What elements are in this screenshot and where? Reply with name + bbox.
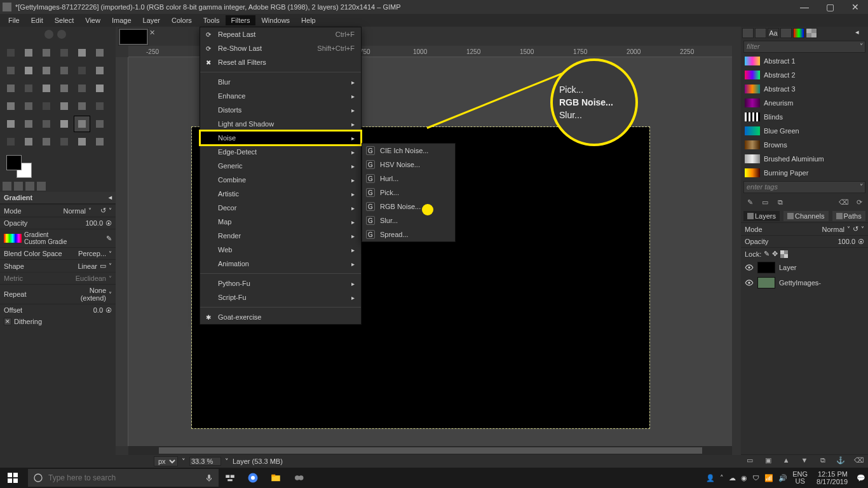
tray-people-icon[interactable]: 👤 <box>706 474 715 482</box>
menu-item-render[interactable]: Render▸ <box>200 229 361 243</box>
tool-11[interactable] <box>92 62 108 79</box>
image-tab[interactable]: ✕ <box>118 28 149 46</box>
ruler-vertical[interactable] <box>116 57 128 446</box>
layer-row[interactable]: Layer <box>741 260 868 275</box>
tray-notifications-icon[interactable]: 💬 <box>857 474 865 482</box>
tool-8[interactable] <box>38 62 55 79</box>
dup-layer-icon[interactable]: ⧉ <box>818 456 828 466</box>
tool-21[interactable] <box>56 98 72 114</box>
menu-tools[interactable]: Tools <box>198 15 226 25</box>
gradient-row[interactable]: Burning Paper <box>741 166 868 180</box>
edit-icon[interactable]: ✎ <box>745 197 755 207</box>
taskbar-gimp[interactable] <box>287 468 310 488</box>
menu-item-enhance[interactable]: Enhance▸ <box>200 89 361 103</box>
layer-row[interactable]: GettyImages- <box>741 275 868 290</box>
tags-input[interactable]: enter tags˅ <box>743 181 865 193</box>
history-tab-icon[interactable] <box>780 28 792 38</box>
menu-view[interactable]: View <box>79 15 106 25</box>
menu-colors[interactable]: Colors <box>166 15 198 25</box>
panel-menu-icon[interactable]: ◂ <box>109 194 112 201</box>
gradient-row[interactable]: Blue Green <box>741 124 868 138</box>
tool-5[interactable] <box>92 44 108 61</box>
tool-22[interactable] <box>74 98 90 114</box>
tray-up-icon[interactable]: ˄ <box>720 474 724 482</box>
lock-alpha-icon[interactable] <box>780 250 788 258</box>
menu-item-goat-exercise[interactable]: ✱Goat-exercise <box>200 310 361 324</box>
fg-color-swatch[interactable] <box>6 155 22 170</box>
tool-28[interactable] <box>74 116 90 132</box>
tool-3[interactable] <box>56 44 72 61</box>
start-button[interactable] <box>0 468 25 488</box>
new-icon[interactable]: ▭ <box>760 197 770 207</box>
mic-icon[interactable] <box>205 473 214 482</box>
gradient-row[interactable]: Abstract 1 <box>741 54 868 68</box>
tool-30[interactable] <box>3 133 19 150</box>
tray-volume-icon[interactable]: 🔊 <box>778 474 787 482</box>
tray-kbd[interactable]: US <box>792 478 808 485</box>
reset-icon[interactable]: ↺ <box>100 207 106 215</box>
layers-tab-layers[interactable]: Layers <box>743 211 780 221</box>
close-tab-icon[interactable]: ✕ <box>149 29 157 36</box>
menu-item-spread-[interactable]: GSpread... <box>362 227 455 241</box>
layers-tab-channels[interactable]: Channels <box>783 211 828 221</box>
menu-item-web[interactable]: Web▸ <box>200 243 361 257</box>
minimize-button[interactable]: — <box>792 0 817 14</box>
tool-18[interactable] <box>3 98 19 114</box>
tool-4[interactable] <box>74 44 90 61</box>
menu-item-pick-[interactable]: GPick... <box>362 186 455 200</box>
lower-layer-icon[interactable]: ▼ <box>799 456 810 466</box>
menu-item-map[interactable]: Map▸ <box>200 215 361 229</box>
lock-pixels-icon[interactable]: ✎ <box>764 250 770 258</box>
menu-item-repeat-last[interactable]: ⟳Repeat LastCtrl+F <box>200 27 361 41</box>
tool-33[interactable] <box>56 133 72 150</box>
menu-item-decor[interactable]: Decor▸ <box>200 201 361 215</box>
tool-15[interactable] <box>56 80 72 97</box>
brushes-tab-icon[interactable] <box>742 28 754 38</box>
menu-item-hurl-[interactable]: GHurl... <box>362 172 455 186</box>
menu-item-edge-detect[interactable]: Edge-Detect▸ <box>200 145 361 159</box>
tool-1[interactable] <box>20 44 37 61</box>
tool-12[interactable] <box>3 80 19 97</box>
delete-icon[interactable]: ⌫ <box>839 197 849 207</box>
gradient-row[interactable]: Abstract 2 <box>741 68 868 82</box>
delete-layer-icon[interactable]: ⌫ <box>854 456 864 466</box>
tool-26[interactable] <box>38 116 55 132</box>
chevron-down-icon[interactable]: ˅ <box>88 207 92 214</box>
tool-27[interactable] <box>56 116 72 132</box>
taskbar-chrome[interactable] <box>241 468 264 488</box>
menu-item-slur-[interactable]: GSlur... <box>362 214 455 227</box>
layer-mode-value[interactable]: Normal <box>806 226 844 233</box>
stepper-icon[interactable]: ⦿ <box>105 220 112 227</box>
visibility-icon[interactable] <box>745 278 754 287</box>
search-input[interactable] <box>48 473 200 482</box>
menu-image[interactable]: Image <box>106 15 137 25</box>
menu-item-animation[interactable]: Animation▸ <box>200 257 361 271</box>
opacity-value[interactable]: 100.0 <box>65 219 103 227</box>
fg-bg-colors[interactable] <box>6 155 32 178</box>
menu-file[interactable]: File <box>3 15 25 25</box>
fonts-tab-icon[interactable]: Aa <box>768 28 779 38</box>
anchor-layer-icon[interactable]: ⚓ <box>836 456 846 466</box>
menu-edit[interactable]: Edit <box>25 15 49 25</box>
menu-item-distorts[interactable]: Distorts▸ <box>200 103 361 117</box>
menu-item-reset-all-filters[interactable]: ✖Reset all Filters <box>200 55 361 69</box>
gradient-preview[interactable] <box>4 234 22 243</box>
menu-item-rgb-noise-[interactable]: GRGB Noise... <box>362 200 455 214</box>
gradient-row[interactable]: Abstract 3 <box>741 82 868 96</box>
lock-position-icon[interactable]: ✥ <box>772 250 778 258</box>
menu-item-script-fu[interactable]: Script-Fu▸ <box>200 290 361 304</box>
task-view-button[interactable] <box>219 468 241 488</box>
dither-checkbox[interactable]: ✕ <box>4 318 11 325</box>
tool-6[interactable] <box>3 62 19 79</box>
patterns-tab-icon[interactable] <box>755 28 766 38</box>
tool-24[interactable] <box>3 116 19 132</box>
menu-item-light-and-shadow[interactable]: Light and Shadow▸ <box>200 117 361 131</box>
gradient-row[interactable]: Browns <box>741 138 868 152</box>
tray-clock[interactable]: 12:15 PM 8/17/2019 <box>813 470 851 485</box>
zoom-input[interactable] <box>189 457 221 466</box>
refresh-icon[interactable]: ⟳ <box>854 197 864 207</box>
tool-20[interactable] <box>38 98 55 114</box>
gradients-tab-icon[interactable] <box>793 28 804 38</box>
tool-19[interactable] <box>20 98 37 114</box>
menu-item-generic[interactable]: Generic▸ <box>200 159 361 173</box>
